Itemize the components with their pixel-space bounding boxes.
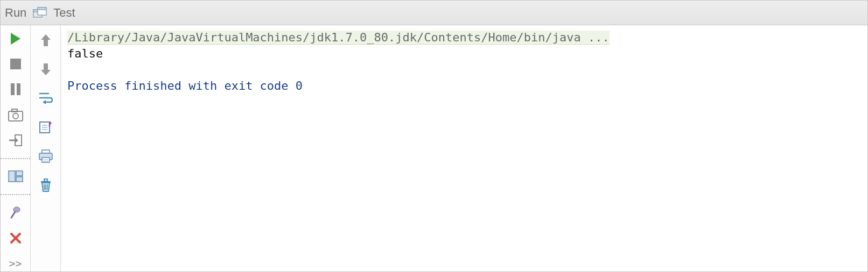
chevron-right-icon: >>: [9, 257, 22, 270]
wrap-icon: [38, 91, 53, 105]
separator: [1, 158, 30, 159]
stop-button[interactable]: [6, 56, 25, 71]
svg-marker-13: [15, 137, 18, 144]
pause-button[interactable]: [6, 82, 25, 97]
svg-line-37: [44, 184, 45, 190]
two-windows-icon: [33, 7, 47, 19]
svg-rect-30: [42, 150, 50, 153]
svg-marker-22: [41, 63, 51, 75]
pause-icon: [10, 83, 22, 96]
close-button[interactable]: [6, 230, 25, 246]
separator: [1, 194, 30, 195]
svg-line-39: [47, 184, 47, 190]
svg-rect-8: [9, 111, 23, 121]
svg-rect-36: [44, 179, 47, 181]
arrow-down-icon: [40, 63, 51, 76]
svg-point-10: [13, 113, 18, 119]
run-button[interactable]: [6, 31, 25, 46]
svg-rect-15: [16, 171, 23, 176]
stop-icon: [10, 58, 22, 70]
more-actions-button[interactable]: >>: [6, 256, 25, 271]
soft-wrap-button[interactable]: [36, 89, 55, 108]
print-icon: [38, 149, 53, 163]
stdout-line: false: [67, 47, 103, 60]
run-actions-column: >>: [1, 25, 31, 271]
run-config-name: Test: [53, 6, 75, 20]
close-icon: [10, 232, 22, 244]
svg-marker-21: [41, 34, 51, 46]
exit-icon: [9, 134, 23, 147]
svg-rect-5: [10, 59, 21, 69]
svg-rect-6: [11, 83, 15, 95]
scroll-down-button[interactable]: [36, 60, 55, 79]
layout-button[interactable]: [6, 169, 25, 184]
exit-button[interactable]: [6, 132, 25, 148]
pin-button[interactable]: [6, 205, 25, 220]
layout-icon: [8, 170, 23, 182]
dump-threads-button[interactable]: [6, 107, 25, 123]
trash-icon: [39, 178, 52, 192]
svg-rect-16: [16, 177, 23, 182]
run-panel-body: >>: [1, 25, 867, 271]
arrow-up-icon: [40, 34, 51, 47]
console-output[interactable]: /Library/Java/JavaVirtualMachines/jdk1.7…: [61, 25, 867, 271]
svg-rect-7: [17, 83, 20, 95]
console-tools-column: [31, 25, 61, 271]
svg-marker-23: [43, 100, 46, 104]
play-icon: [10, 32, 22, 45]
svg-rect-3: [38, 8, 46, 10]
export-icon: [39, 120, 53, 134]
pin-icon: [10, 206, 22, 220]
clear-all-button[interactable]: [36, 176, 55, 195]
exit-message: Process finished with exit code 0: [67, 79, 303, 92]
scroll-to-end-button[interactable]: [36, 118, 55, 137]
svg-rect-9: [12, 109, 17, 112]
command-line: /Library/Java/JavaVirtualMachines/jdk1.7…: [67, 31, 610, 45]
print-button[interactable]: [36, 147, 55, 166]
camera-icon: [8, 109, 23, 121]
run-panel-header: Run Test: [1, 1, 867, 25]
svg-marker-4: [11, 33, 20, 45]
scroll-up-button[interactable]: [36, 31, 55, 50]
panel-title: Run: [5, 6, 26, 20]
svg-line-18: [11, 212, 15, 218]
svg-rect-14: [9, 171, 15, 182]
